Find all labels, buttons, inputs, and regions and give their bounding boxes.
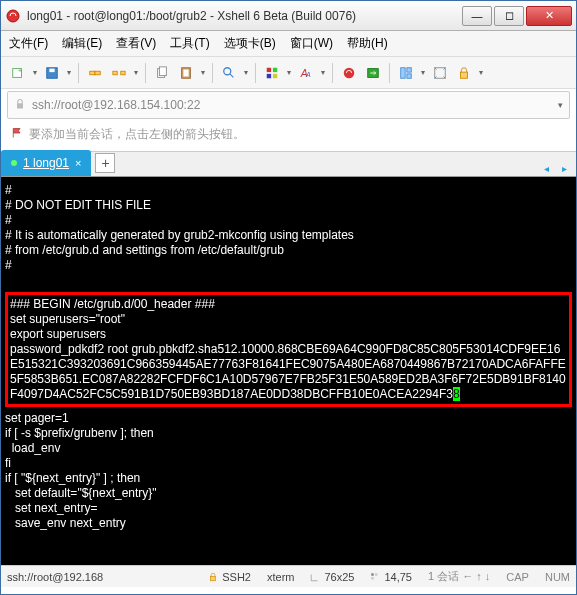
- status-num: NUM: [545, 571, 570, 583]
- svg-rect-32: [372, 573, 375, 576]
- tab-scroll-right-icon[interactable]: ▸: [556, 160, 572, 176]
- new-session-icon[interactable]: +: [7, 62, 29, 84]
- svg-rect-28: [17, 103, 23, 108]
- terminal-line: [5, 273, 572, 288]
- disconnect-icon[interactable]: [108, 62, 130, 84]
- svg-rect-29: [211, 576, 216, 580]
- copy-icon[interactable]: [151, 62, 173, 84]
- color-dropdown[interactable]: ▾: [285, 62, 293, 84]
- disconnect-dropdown[interactable]: ▾: [132, 62, 140, 84]
- position-icon: [370, 572, 380, 582]
- svg-rect-27: [461, 72, 468, 78]
- lock-dropdown[interactable]: ▾: [477, 62, 485, 84]
- fullscreen-icon[interactable]: [429, 62, 451, 84]
- search-icon[interactable]: [218, 62, 240, 84]
- font-icon[interactable]: AA: [295, 62, 317, 84]
- menu-file[interactable]: 文件(F): [9, 35, 48, 52]
- terminal-line: # from /etc/grub.d and settings from /et…: [5, 243, 572, 258]
- svg-rect-5: [90, 71, 95, 75]
- new-tab-button[interactable]: +: [95, 153, 115, 173]
- paste-icon[interactable]: [175, 62, 197, 84]
- tab-scroll: ◂ ▸: [538, 160, 576, 176]
- status-session: 1 会话 ← ↑ ↓: [428, 569, 490, 584]
- status-address: ssh://root@192.168: [7, 571, 103, 583]
- terminal-line: save_env next_entry: [5, 516, 572, 531]
- maximize-button[interactable]: ◻: [494, 6, 524, 26]
- terminal-line: #: [5, 213, 572, 228]
- svg-rect-23: [401, 67, 405, 78]
- window-title: long01 - root@long01:/boot/grub2 - Xshel…: [27, 9, 460, 23]
- menu-tab[interactable]: 选项卡(B): [224, 35, 276, 52]
- terminal-line: #: [5, 258, 572, 273]
- address-text: ssh://root@192.168.154.100:22: [32, 98, 200, 112]
- window-controls: — ◻ ✕: [460, 6, 572, 26]
- lock-closed-icon: [14, 98, 26, 113]
- terminal-line: ### BEGIN /etc/grub.d/00_header ###: [10, 297, 567, 312]
- search-dropdown[interactable]: ▾: [242, 62, 250, 84]
- terminal-line: #: [5, 183, 572, 198]
- toolbar-separator: [332, 63, 333, 83]
- session-tab[interactable]: 1 long01 ×: [1, 150, 91, 176]
- color-icon[interactable]: [261, 62, 283, 84]
- terminal-line: set default="${next_entry}": [5, 486, 572, 501]
- terminal-line: fi: [5, 456, 572, 471]
- terminal-line: if [ "${next_entry}" ] ; then: [5, 471, 572, 486]
- svg-rect-6: [95, 71, 100, 75]
- address-dropdown-icon[interactable]: ▾: [558, 100, 563, 110]
- minimize-button[interactable]: —: [462, 6, 492, 26]
- svg-text:A: A: [305, 70, 311, 77]
- layout-icon[interactable]: [395, 62, 417, 84]
- xftp-icon[interactable]: [362, 62, 384, 84]
- terminal-line: password_pdkdf2 root grub.pbkdf2.sha512.…: [10, 342, 567, 402]
- svg-point-13: [224, 67, 231, 74]
- lock-icon[interactable]: [453, 62, 475, 84]
- menu-help[interactable]: 帮助(H): [347, 35, 388, 52]
- save-icon[interactable]: [41, 62, 63, 84]
- svg-rect-17: [267, 73, 271, 77]
- status-term: xterm: [267, 571, 295, 583]
- svg-rect-24: [407, 67, 411, 71]
- hint-text: 要添加当前会话，点击左侧的箭头按钮。: [29, 126, 245, 143]
- menu-edit[interactable]: 编辑(E): [62, 35, 102, 52]
- svg-point-0: [7, 10, 19, 22]
- terminal-cursor: 8: [453, 387, 460, 401]
- address-bar[interactable]: ssh://root@192.168.154.100:22 ▾: [7, 91, 570, 119]
- new-session-dropdown[interactable]: ▾: [31, 62, 39, 84]
- toolbar-separator: [255, 63, 256, 83]
- toolbar-separator: [145, 63, 146, 83]
- svg-rect-7: [113, 71, 117, 75]
- svg-rect-18: [273, 73, 277, 77]
- hint-bar: 要添加当前会话，点击左侧的箭头按钮。: [7, 121, 570, 147]
- svg-text:+: +: [18, 67, 22, 74]
- font-dropdown[interactable]: ▾: [319, 62, 327, 84]
- close-button[interactable]: ✕: [526, 6, 572, 26]
- xagent-icon[interactable]: [338, 62, 360, 84]
- terminal-line: # DO NOT EDIT THIS FILE: [5, 198, 572, 213]
- highlighted-block: ### BEGIN /etc/grub.d/00_header ### set …: [5, 292, 572, 407]
- status-protocol: SSH2: [208, 571, 251, 583]
- svg-line-14: [230, 73, 234, 77]
- toolbar-separator: [212, 63, 213, 83]
- connect-icon[interactable]: [84, 62, 106, 84]
- terminal[interactable]: # # DO NOT EDIT THIS FILE # # It is auto…: [1, 177, 576, 565]
- status-position: 14,75: [370, 571, 412, 583]
- menu-view[interactable]: 查看(V): [116, 35, 156, 52]
- paste-dropdown[interactable]: ▾: [199, 62, 207, 84]
- tab-close-icon[interactable]: ×: [75, 157, 81, 169]
- menu-window[interactable]: 窗口(W): [290, 35, 333, 52]
- terminal-line: set next_entry=: [5, 501, 572, 516]
- toolbar-separator: [78, 63, 79, 83]
- menu-tools[interactable]: 工具(T): [170, 35, 209, 52]
- status-caps: CAP: [506, 571, 529, 583]
- terminal-line: # It is automatically generated by grub2…: [5, 228, 572, 243]
- toolbar: + ▾ ▾ ▾ ▾ ▾ ▾ AA ▾ ▾ ▾: [1, 57, 576, 89]
- svg-rect-15: [267, 67, 271, 71]
- save-dropdown[interactable]: ▾: [65, 62, 73, 84]
- tab-label: 1 long01: [23, 156, 69, 170]
- menu-bar: 文件(F) 编辑(E) 查看(V) 工具(T) 选项卡(B) 窗口(W) 帮助(…: [1, 31, 576, 57]
- svg-rect-16: [273, 67, 277, 71]
- terminal-line: set pager=1: [5, 411, 572, 426]
- tab-scroll-left-icon[interactable]: ◂: [538, 160, 554, 176]
- svg-rect-12: [183, 69, 188, 76]
- layout-dropdown[interactable]: ▾: [419, 62, 427, 84]
